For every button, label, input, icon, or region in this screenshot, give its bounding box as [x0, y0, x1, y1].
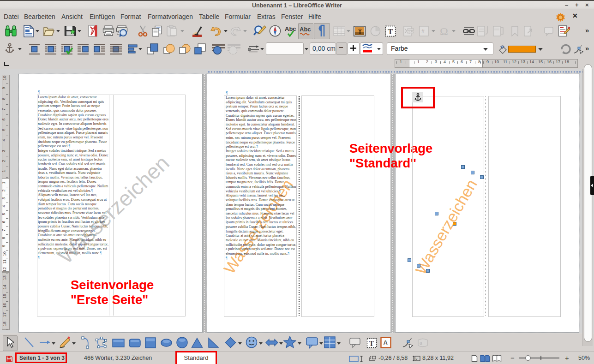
svg-text:A: A	[384, 339, 388, 346]
svg-text:T: T	[369, 340, 374, 347]
svg-text:x: x	[416, 357, 418, 361]
svg-text:a: a	[420, 340, 422, 346]
svg-text:Abc: Abc	[285, 25, 296, 32]
svg-text:#: #	[421, 28, 425, 35]
svg-text:T: T	[388, 27, 393, 36]
svg-text:Ω: Ω	[440, 25, 448, 37]
svg-text:Abc: Abc	[300, 26, 311, 33]
